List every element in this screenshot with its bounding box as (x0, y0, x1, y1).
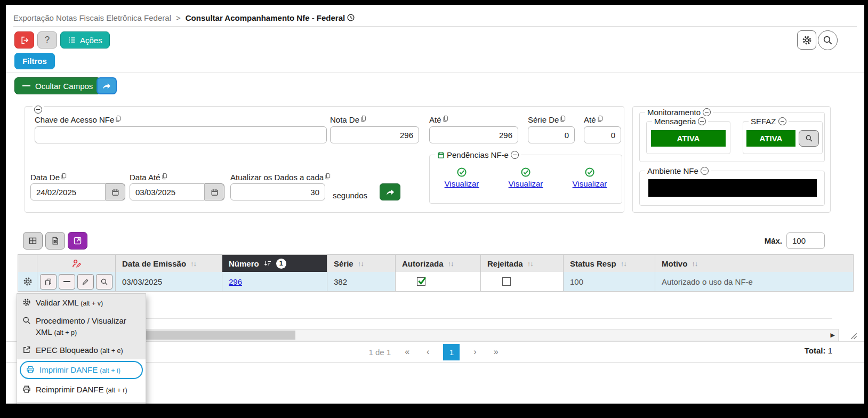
menu-item-imprimir-danfe[interactable]: Imprimir DANFE (alt + i) (20, 361, 143, 379)
serie-de-input[interactable] (528, 126, 575, 143)
row-edit-button[interactable] (77, 274, 94, 290)
visualizar-link-2[interactable]: Visualizar (509, 179, 543, 188)
menu-item-epec-bloqueado[interactable]: EPEC Bloqueado (alt + e) (17, 341, 146, 359)
header-actions-gear (18, 255, 37, 272)
menu-item-procedimento-visualizar-xml[interactable]: Procedimento / Visualizar XML (alt + p) (17, 312, 146, 341)
pendencias-legend: Pendências NF-e (447, 150, 509, 159)
atualizar-input[interactable] (230, 183, 325, 200)
menu-item-validar-xml[interactable]: Validar XML (alt + v) (17, 294, 146, 312)
copy-icon (560, 115, 566, 124)
app-window: Exportação Notas Fiscais Eletrônica Fede… (6, 5, 864, 404)
nota-ate-input[interactable] (429, 126, 518, 143)
table-row: 03/03/2025 296 382 100 Autorizado o uso … (18, 272, 854, 292)
gear-icon (22, 298, 31, 307)
expand-grid-button[interactable] (68, 232, 87, 250)
sefaz-search-button[interactable] (799, 130, 819, 147)
current-page-button[interactable]: 1 (443, 344, 460, 360)
column-header-serie[interactable]: Série↑↓ (327, 255, 396, 272)
mensageria-legend: Mensageria (654, 117, 696, 126)
sort-desc-icon (263, 259, 272, 268)
sort-icon: ↑↓ (358, 260, 364, 268)
table-header: Data de Emissão↑↓ Número 1 Série↑↓ Autor… (18, 254, 854, 272)
refresh-submit-button[interactable] (380, 183, 400, 200)
ambiente-panel: Ambiente NFe (639, 171, 825, 206)
pagination-info: 1 de 1 (368, 348, 391, 357)
search-icon (22, 316, 31, 325)
rejeitada-checkbox[interactable] (502, 277, 511, 286)
global-search-button[interactable] (818, 30, 838, 50)
copy-icon (597, 115, 603, 124)
data-ate-input[interactable] (130, 183, 205, 200)
row-copy-button[interactable] (40, 274, 57, 290)
max-label: Máx. (765, 236, 782, 245)
file-export-icon (51, 236, 60, 245)
collapse-filter-icon[interactable] (33, 102, 44, 114)
external-link-icon (22, 345, 31, 354)
nota-de-input[interactable] (330, 126, 419, 143)
column-header-motivo[interactable]: Motivo↑↓ (655, 255, 853, 272)
page-title: Consultar Acompanhamento Nfe - Federal (186, 13, 345, 22)
data-de-calendar-button[interactable] (106, 183, 125, 200)
row-tools-cell (37, 272, 116, 291)
redo-arrow-icon (385, 188, 395, 196)
menu-close-button[interactable]: Fechar (17, 402, 146, 404)
breadcrumb-parent[interactable]: Exportação Notas Fiscais Eletrônica Fede… (13, 13, 171, 22)
cell-data-emissao: 03/03/2025 (116, 272, 222, 291)
column-header-data-emissao[interactable]: Data de Emissão↑↓ (116, 255, 222, 272)
numero-link[interactable]: 296 (229, 277, 242, 286)
row-gear-icon[interactable] (23, 277, 33, 286)
serie-ate-input[interactable] (584, 126, 621, 143)
collapse-monitoramento-icon[interactable] (703, 108, 711, 116)
collapse-sefaz-icon[interactable] (778, 117, 786, 125)
header-row-tools (37, 255, 116, 272)
tab-filtros[interactable]: Filtros (14, 53, 55, 69)
row-gear-cell (18, 272, 37, 291)
scrollbar-thumb[interactable] (145, 331, 295, 340)
visualizar-link-1[interactable]: Visualizar (445, 179, 479, 188)
prev-page-button[interactable]: ‹ (423, 347, 432, 357)
first-page-button[interactable]: « (401, 347, 413, 357)
last-page-button[interactable]: » (491, 347, 502, 357)
column-header-autorizada[interactable]: Autorizada↑↓ (396, 255, 481, 272)
sort-icon: ↑↓ (527, 260, 533, 268)
cell-status-resp: 100 (564, 272, 655, 291)
forward-arrow-button[interactable] (97, 77, 117, 94)
next-page-button[interactable]: › (470, 347, 479, 357)
row-context-menu: Validar XML (alt + v) Procedimento / Vis… (17, 293, 146, 404)
breadcrumb: Exportação Notas Fiscais Eletrônica Fede… (13, 9, 857, 27)
row-search-button[interactable] (96, 274, 112, 290)
nota-ate-label: Até (429, 115, 441, 124)
sort-order-badge: 1 (276, 259, 286, 269)
resize-handle-icon[interactable] (850, 332, 858, 340)
collapse-ambiente-icon[interactable] (701, 167, 709, 175)
ocultar-campos-button[interactable]: Ocultar Campos (14, 77, 101, 94)
settings-button[interactable] (797, 30, 816, 50)
data-de-input[interactable] (30, 183, 106, 200)
grid-columns-button[interactable] (23, 232, 43, 250)
scroll-right-arrow[interactable]: ▶ (831, 332, 835, 339)
menu-item-reimprimir-danfe[interactable]: Reimprimir DANFE (alt + r) (17, 381, 146, 399)
autorizada-checkbox[interactable] (417, 277, 425, 286)
max-input[interactable] (786, 232, 825, 249)
calendar-icon (111, 188, 119, 196)
chave-acesso-input[interactable] (35, 126, 327, 143)
ambiente-legend: Ambiente NFe (647, 166, 698, 175)
data-ate-calendar-button[interactable] (205, 183, 224, 200)
visualizar-link-3[interactable]: Visualizar (573, 179, 607, 188)
column-header-status-resp[interactable]: Status Resp↑↓ (564, 255, 655, 272)
cell-autorizada (396, 272, 481, 291)
export-file-button[interactable] (45, 232, 65, 250)
column-header-rejeitada[interactable]: Rejeitada↑↓ (481, 255, 564, 272)
person-edit-icon[interactable] (71, 259, 82, 269)
collapse-pendencias-icon[interactable] (511, 151, 519, 159)
row-remove-button[interactable] (59, 274, 75, 290)
acoes-button[interactable]: Ações (60, 31, 110, 49)
collapse-mensageria-icon[interactable] (698, 117, 706, 125)
serie-ate-label: Até (584, 115, 596, 124)
chave-acesso-label: Chave de Acesso NFe (35, 115, 114, 124)
logout-button[interactable] (14, 31, 34, 49)
column-header-numero[interactable]: Número 1 (222, 255, 327, 272)
expand-icon (73, 236, 82, 245)
cell-serie: 382 (327, 272, 396, 291)
help-button[interactable]: ? (37, 31, 57, 49)
